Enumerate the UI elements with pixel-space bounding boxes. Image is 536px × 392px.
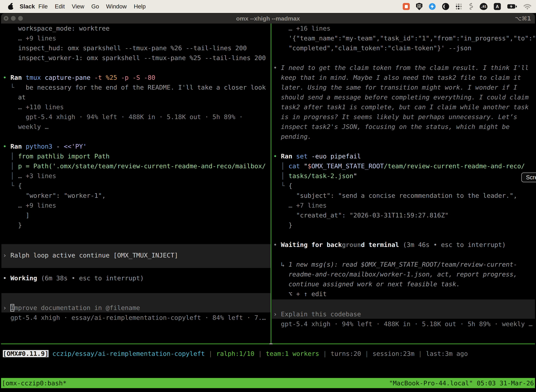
terminal-line [1, 63, 271, 73]
dots-grid-icon[interactable] [455, 3, 462, 10]
pane-divider-vertical[interactable] [271, 23, 271, 344]
tmux-host-clock: "MacBook-Pro-44.local" 05:03 31-Mar-26 [389, 379, 534, 387]
tmux-session-label: [omx-cczip0:bash* [2, 379, 67, 387]
terminal-line: inspect_worker-1: omx sparkshell --tmux-… [1, 53, 271, 63]
wifi-icon[interactable] [523, 4, 531, 9]
omx-session-status-line: [OMX#0.11.9] cczip/essay/ai-reimplementa… [1, 349, 534, 359]
prompt-band[interactable]: › Explain this codebase [272, 299, 535, 319]
terminal-line: ] [1, 210, 271, 220]
waiting-status-line: • Waiting for background terminal (3m 46… [272, 240, 535, 250]
menu-bar-status-icons: ..61A [403, 3, 531, 10]
screenshot-toast-label: Scre [526, 174, 536, 181]
terminal-line: readme-and-reco/mailbox/worker-1.json, a… [272, 269, 535, 279]
window-shortcut-badge: ⌥⌘1 [515, 13, 531, 23]
terminal-line: └ be necessary for the end of the README… [1, 83, 271, 92]
terminal-line: inspect task2's JSON, focusing on the st… [272, 122, 535, 132]
terminal-line: "created_at": "2026-03-31T11:59:27.816Z" [272, 210, 535, 220]
terminal-line: keep that in mind. Maybe I also need the… [272, 73, 535, 83]
terminal-line: … +9 lines [1, 201, 271, 210]
input-source-icon[interactable]: A [494, 3, 501, 10]
prompt-input-line: › Explain this codebase [272, 309, 535, 319]
terminal-line: … +9 lines [1, 33, 271, 43]
terminal-cursor: I [10, 304, 14, 312]
menu-item-window[interactable]: Window [103, 3, 130, 10]
terminal-line: inspect_hud: omx sparkshell --tmux-pane … [1, 43, 271, 53]
terminal-line: "completed","claim_token":"claim-token"}… [272, 43, 535, 53]
menu-item-file[interactable]: File [35, 3, 51, 10]
terminal-line: … +16 lines [272, 23, 535, 33]
badge-61-icon-label: ..61 [481, 5, 486, 9]
terminal-line: later. Using the same for transition mig… [272, 83, 535, 92]
terminal: workspace_mode: worktree … +9 lines insp… [1, 23, 535, 392]
prompt-input-line: › Improve documentation in @filename [1, 303, 271, 313]
window-titlebar[interactable]: omx --xhigh --madmax ⌥⌘1 [1, 13, 535, 23]
terminal-line: ↳ 1 new msg(s): read $OMX_TEAM_STATE_ROO… [272, 260, 535, 269]
prompt-band[interactable]: › Improve documentation in @filename [1, 293, 271, 313]
terminal-line: weekly … [1, 122, 271, 132]
bolt-badge-icon[interactable] [429, 3, 436, 10]
menu-item-help[interactable]: Help [130, 3, 149, 10]
terminal-line: └ { [272, 181, 535, 191]
terminal-line: is in progress? It seems likely but perh… [272, 112, 535, 122]
model-status-line: gpt-5.4 xhigh · essay/ai-reimplementatio… [1, 313, 271, 323]
input-source-icon-label: A [496, 4, 499, 9]
terminal-line: └ { [1, 181, 271, 191]
terminal-line: • Ran set -euo pipefail [272, 151, 535, 161]
record-disc-icon[interactable] [442, 3, 449, 10]
menu-item-view[interactable]: View [68, 3, 88, 10]
app-menu-slack[interactable]: Slack [20, 3, 35, 10]
terminal-line: … +110 lines [1, 102, 271, 112]
tmux-pane-hud[interactable]: … +16 lines '{"team_name":"my-team","tas… [272, 23, 535, 344]
apple-menu-icon[interactable] [8, 3, 14, 10]
terminal-line: • I need to get the claim token from the… [272, 63, 535, 73]
terminal-line: workspace_mode: worktree [1, 23, 271, 33]
terminal-line: "subject": "send a concise recommendatio… [272, 191, 535, 201]
chat-app-icon[interactable] [403, 3, 410, 10]
terminal-line: │ cat "$OMX_TEAM_STATE_ROOT/team/review-… [272, 161, 535, 171]
working-status-line: • Working (6m 38s • esc to interrupt) [1, 273, 271, 283]
screenshot-toast: Scre [521, 173, 536, 182]
shield-app-icon[interactable] [416, 3, 422, 10]
terminal-line: at [1, 92, 271, 102]
battery-icon[interactable] [507, 4, 517, 9]
terminal-line: gpt-5.4 xhigh · 94% left · 488K in · 5.1… [1, 112, 271, 122]
window-title: omx --xhigh --madmax [1, 13, 535, 23]
terminal-line: │ p = Path('.omx/state/team/review-curre… [1, 161, 271, 171]
terminal-line [1, 132, 271, 142]
model-status-line: gpt-5.4 xhigh · 94% left · 488K in · 5.1… [272, 319, 535, 329]
squiggle-icon[interactable] [469, 3, 474, 10]
prompt-band[interactable]: › Ralph loop active continue [OMX_TMUX_I… [1, 244, 271, 268]
menu-bar: Slack FileEditViewGoWindowHelp ..61A [0, 0, 536, 13]
terminal-line: │ tasks/task-2.json" [272, 171, 535, 181]
terminal-line: continue assigned work or next feasible … [272, 279, 535, 289]
terminal-line: pending. [272, 132, 535, 142]
tmux-pane-worker[interactable]: workspace_mode: worktree … +9 lines insp… [1, 23, 271, 344]
badge-61-icon[interactable]: ..61 [480, 3, 488, 10]
terminal-line: '{"team_name":"my-team","task_id":"1","f… [272, 33, 535, 43]
tmux-status-bar: [omx-cczip0:bash* "MacBook-Pro-44.local"… [1, 378, 535, 388]
terminal-line: should send a message before completing … [272, 92, 535, 102]
terminal-line: • Ran tmux capture-pane -t %25 -p -S -80 [1, 73, 271, 83]
tmux-pane-bottom: [OMX#0.11.9] cczip/essay/ai-reimplementa… [1, 344, 534, 382]
terminal-line [272, 250, 535, 260]
terminal-line: … +7 lines [272, 201, 535, 210]
terminal-line: } [1, 220, 271, 230]
edit-hint-line: ⌥ + ↑ edit [272, 289, 535, 299]
terminal-line [272, 53, 535, 63]
terminal-line: } [272, 220, 535, 230]
terminal-line: │ from pathlib import Path [1, 151, 271, 161]
terminal-line [272, 142, 535, 151]
terminal-line: "worker": "worker-1", [1, 191, 271, 201]
terminal-line: • Ran python3 - <<'PY' [1, 142, 271, 151]
menu-item-go[interactable]: Go [88, 3, 103, 10]
terminal-line: │ … +3 lines [1, 171, 271, 181]
menu-item-edit[interactable]: Edit [51, 3, 68, 10]
menu-items: FileEditViewGoWindowHelp [35, 3, 149, 10]
ralph-loop-status-line: › Ralph loop active continue [OMX_TMUX_I… [1, 250, 271, 260]
terminal-line [272, 230, 535, 240]
terminal-line: task2 after task1 is complete, but can I… [272, 102, 535, 112]
